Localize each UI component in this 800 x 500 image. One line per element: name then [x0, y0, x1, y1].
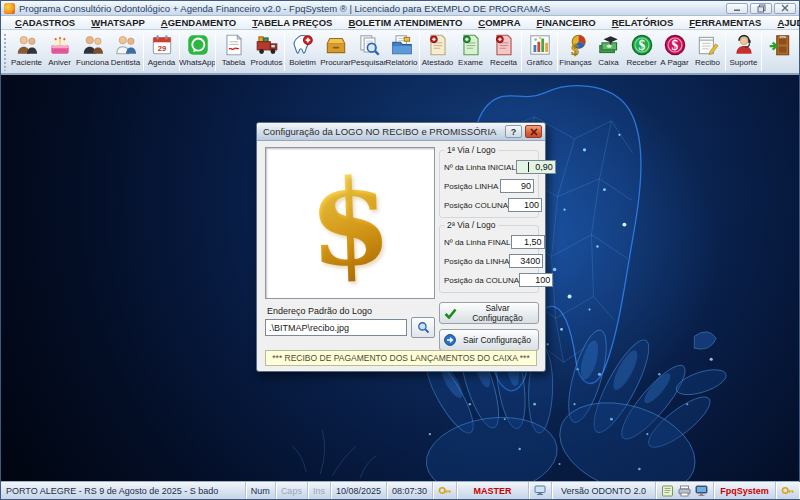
help-icon: ?: [511, 127, 517, 137]
toolbar-separator: [761, 33, 762, 71]
linha-final-input[interactable]: 1,50: [511, 235, 545, 249]
svg-text:29: 29: [157, 44, 165, 53]
title-bar: Programa Consultório Odontológico + Agen…: [1, 1, 799, 16]
status-user: MASTER: [457, 482, 529, 499]
toolbar-button-procurar[interactable]: Procurar: [319, 31, 352, 67]
key-icon: [781, 485, 794, 496]
toolbar-button-exame[interactable]: Exame: [454, 31, 487, 67]
menu-tabela-precos[interactable]: TABELA PREÇOS: [244, 17, 340, 28]
toolbar-separator: [725, 33, 726, 71]
dialog-close-button[interactable]: [525, 125, 542, 138]
first-via-group-title: 1ª Via / Logo: [444, 145, 498, 155]
logo-path-input[interactable]: .\BITMAP\recibo.jpg: [265, 319, 407, 336]
prescription-icon: [491, 32, 517, 58]
posicao-da-linha-label: Posição da LINHA: [444, 257, 509, 266]
toolbar-button-caixa[interactable]: Caixa: [592, 31, 625, 67]
browse-logo-button[interactable]: [411, 317, 435, 338]
status-key-cell: [433, 482, 457, 499]
menu-ferramentas[interactable]: FERRAMENTAS: [681, 17, 769, 28]
monitor-icon[interactable]: [695, 485, 708, 497]
menu-cadastros[interactable]: CADASTROS: [7, 17, 83, 28]
status-tools-cell: [656, 482, 714, 499]
dialog-title: Configuração da LOGO NO RECIBO e PROMISS…: [263, 126, 502, 137]
toolbar-button-exit[interactable]: EXIT: [763, 31, 796, 58]
toolbar-button-financas[interactable]: $ Finanças: [559, 31, 592, 67]
toolbar-button-relatorio[interactable]: Relatório: [385, 31, 418, 67]
status-monitor-cell: [529, 482, 552, 499]
posicao-da-coluna-input[interactable]: 100: [519, 273, 553, 287]
restore-button[interactable]: [750, 3, 772, 14]
toolbar-button-receita[interactable]: Receita: [487, 31, 520, 67]
close-icon: [781, 4, 789, 12]
second-via-group-title: 2ª Via / Logo: [444, 220, 498, 230]
exit-config-button[interactable]: Sair Configuração: [439, 329, 539, 351]
status-ins: Ins: [308, 482, 331, 499]
dialog-help-button[interactable]: ?: [505, 125, 522, 138]
finances-icon: $: [563, 32, 589, 58]
receive-icon: $: [629, 32, 655, 58]
toolbar-button-a-pagar[interactable]: $ A Pagar: [658, 31, 691, 67]
toolbar-button-produtos[interactable]: Produtos: [250, 31, 283, 67]
svg-text:$: $: [638, 38, 645, 53]
toolbar-button-aniver[interactable]: Aniver: [43, 31, 76, 67]
toolbar-button-agenda[interactable]: 29 Agenda: [145, 31, 178, 67]
receipt-banner: *** RECIBO DE PAGAMENTO DOS LANÇAMENTOS …: [265, 350, 537, 366]
posicao-da-coluna-label: Posição da COLUNA: [444, 276, 519, 285]
application-window: Programa Consultório Odontológico + Agen…: [0, 0, 800, 500]
posicao-coluna-input[interactable]: 100: [508, 198, 542, 212]
dialog-title-bar[interactable]: Configuração da LOGO NO RECIBO e PROMISS…: [257, 123, 545, 141]
toolbar-separator: [215, 33, 216, 71]
toolbar-button-tabela[interactable]: Tabela: [217, 31, 250, 67]
posicao-da-linha-input[interactable]: 3400: [509, 254, 543, 268]
menu-relatorios[interactable]: RELATÓRIOS: [604, 17, 682, 28]
toolbar-button-pesquisar[interactable]: Pesquisar: [352, 31, 385, 67]
app-icon: [4, 3, 15, 14]
toolbar: Paciente Aniver Funciona Dentista 29 Age…: [1, 30, 799, 75]
printer-icon[interactable]: [678, 485, 691, 497]
exit-icon: EXIT: [767, 32, 793, 58]
toolbar-button-grafico[interactable]: Gráfico: [523, 31, 556, 67]
status-caps: Caps: [276, 482, 308, 499]
menu-compra[interactable]: COMPRA: [470, 17, 528, 28]
toolbar-separator: [521, 33, 522, 71]
linha-inicial-input[interactable]: 0,90: [516, 160, 556, 174]
menu-financeiro[interactable]: FINANCEIRO: [529, 17, 604, 28]
toolbar-button-dentista[interactable]: Dentista: [109, 31, 142, 67]
report-icon: [389, 32, 415, 58]
status-date: 10/08/2025: [331, 482, 387, 499]
toolbar-button-suporte[interactable]: Suporte: [727, 31, 760, 67]
menu-whatsapp[interactable]: WHATSAPP: [83, 17, 153, 28]
toolbar-button-paciente[interactable]: Paciente: [10, 31, 43, 67]
menu-bar: CADASTROS WHATSAPP AGENDAMENTO TABELA PR…: [1, 16, 799, 30]
toolbar-button-receber[interactable]: $ Receber: [625, 31, 658, 67]
linha-final-label: Nº da Linha FINAL: [444, 238, 511, 247]
menu-boletim-atendimento[interactable]: BOLETIM ATENDIMENTO: [340, 17, 470, 28]
status-version: Versão ODONTO 2.0: [552, 482, 656, 499]
check-icon: [444, 308, 457, 319]
close-button[interactable]: [774, 3, 796, 14]
status-key2-cell: [776, 482, 799, 499]
logo-config-dialog: Configuração da LOGO NO RECIBO e PROMISS…: [256, 122, 546, 372]
text-caret: [528, 162, 529, 172]
minimize-icon: [733, 4, 741, 12]
receipt-icon: [695, 32, 721, 58]
notebook-icon[interactable]: [661, 485, 674, 497]
toolbar-grip: [3, 33, 8, 71]
save-config-button[interactable]: Salvar Configuração: [439, 302, 539, 324]
desktop-area: Configuração da LOGO NO RECIBO e PROMISS…: [1, 75, 799, 481]
toolbar-button-funciona[interactable]: Funciona: [76, 31, 109, 67]
pay-icon: $: [662, 32, 688, 58]
toolbar-button-recibo[interactable]: Recibo: [691, 31, 724, 67]
toolbar-button-whatsapp[interactable]: WhatsApp: [181, 31, 214, 67]
menu-ajuda[interactable]: AJUDA: [769, 17, 800, 28]
posicao-linha-input[interactable]: 90: [500, 179, 534, 193]
dialog-body: $ Endereço Padrão do Logo .\BITMAP\recib…: [257, 141, 545, 371]
second-via-group: 2ª Via / Logo Nº da Linha FINAL 1,50 Pos…: [439, 225, 539, 293]
toolbar-button-boletim[interactable]: Boletim: [286, 31, 319, 67]
minimize-button[interactable]: [726, 3, 748, 14]
menu-agendamento[interactable]: AGENDAMENTO: [153, 17, 244, 28]
toolbar-button-atestado[interactable]: Atestado: [421, 31, 454, 67]
posicao-linha-label: Posição LINHA: [444, 182, 498, 191]
restore-icon: [757, 4, 766, 13]
logo-path-label: Endereço Padrão do Logo: [267, 306, 372, 316]
